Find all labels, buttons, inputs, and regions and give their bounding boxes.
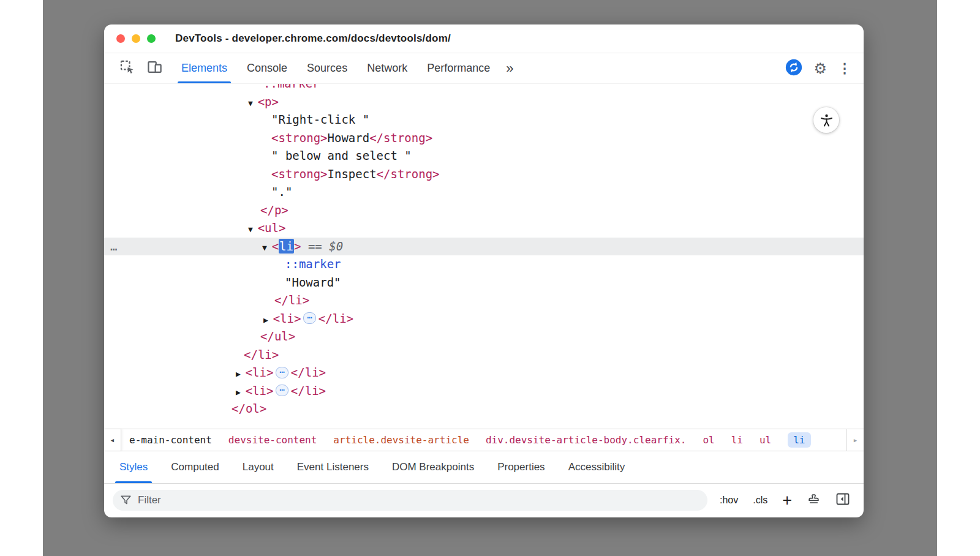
rendering-emulations-button[interactable] bbox=[807, 492, 821, 508]
zoom-button[interactable] bbox=[147, 34, 156, 43]
settings-gear-button[interactable]: ⚙ bbox=[813, 61, 827, 76]
tab-performance[interactable]: Performance bbox=[417, 53, 500, 83]
dom-tree-line[interactable]: </li> bbox=[104, 346, 864, 364]
console-reference-token: $0 bbox=[329, 239, 343, 253]
window-titlebar: DevTools - developer.chrome.com/docs/dev… bbox=[104, 24, 864, 53]
disclosure-arrow-icon[interactable]: ▼ bbox=[248, 99, 258, 108]
sidebar-tab-layout[interactable]: Layout bbox=[231, 451, 285, 483]
tag-token: </li> bbox=[291, 384, 326, 397]
dom-tree-line[interactable]: ▼ <p> bbox=[104, 93, 864, 111]
dom-tree-line[interactable]: </ul> bbox=[104, 328, 864, 346]
devtools-toolbar: ElementsConsoleSourcesNetworkPerformance… bbox=[104, 53, 864, 84]
tag-token: </p> bbox=[260, 203, 288, 217]
dom-tree-line[interactable]: ::marker bbox=[104, 84, 864, 93]
dom-tree-line[interactable]: ::marker bbox=[104, 255, 864, 274]
accessibility-button[interactable] bbox=[813, 107, 839, 133]
breadcrumb-item[interactable]: li bbox=[731, 434, 743, 446]
breadcrumb-scroll-right-button[interactable]: ▸ bbox=[846, 429, 864, 451]
sidebar-tab-properties[interactable]: Properties bbox=[486, 451, 556, 483]
dom-tree-line[interactable]: "Howard" bbox=[104, 274, 864, 292]
tag-token: </ul> bbox=[260, 329, 295, 343]
tag-token: </li> bbox=[318, 312, 353, 325]
collapsed-content-badge[interactable]: ⋯ bbox=[303, 312, 315, 324]
dom-tree-line[interactable]: </ol> bbox=[104, 400, 864, 418]
breadcrumb-item[interactable]: e-main-content bbox=[129, 434, 212, 446]
styles-toolbar-controls: :hov .cls + bbox=[720, 492, 855, 508]
accessibility-person-icon bbox=[819, 113, 834, 128]
panel-tabs: ElementsConsoleSourcesNetworkPerformance bbox=[172, 53, 500, 83]
dom-tree-line[interactable]: </li> bbox=[104, 291, 864, 310]
dom-tree-line[interactable]: …▼ <li> == $0 bbox=[104, 238, 864, 256]
disclosure-arrow-icon[interactable]: ▼ bbox=[262, 243, 272, 252]
toggle-element-state-button[interactable]: :hov bbox=[720, 495, 738, 506]
tab-elements[interactable]: Elements bbox=[172, 53, 237, 83]
minimize-button[interactable] bbox=[132, 34, 140, 43]
text-node: "." bbox=[271, 185, 292, 198]
sidebar-tab-accessibility[interactable]: Accessibility bbox=[557, 451, 637, 483]
more-tabs-button[interactable]: » bbox=[500, 53, 519, 83]
selected-tag-token: li bbox=[279, 239, 294, 254]
dom-tree-line[interactable]: "." bbox=[104, 183, 864, 201]
breadcrumb-item[interactable]: li bbox=[788, 432, 810, 448]
breadcrumb-scroll-left-button[interactable]: ◂ bbox=[104, 429, 121, 451]
tag-token: < bbox=[272, 239, 279, 253]
tag-token: <li> bbox=[246, 366, 274, 379]
text-node: "Howard" bbox=[285, 276, 341, 289]
sidebar-tab-computed[interactable]: Computed bbox=[159, 451, 230, 483]
tab-console[interactable]: Console bbox=[237, 53, 297, 83]
dom-tree-line[interactable]: ▶ <li>⋯</li> bbox=[104, 382, 864, 400]
tag-token: </li> bbox=[274, 293, 309, 307]
traffic-lights bbox=[116, 34, 156, 43]
dom-tree-line[interactable]: ▶ <li>⋯</li> bbox=[104, 364, 864, 382]
tag-token: <strong> bbox=[271, 131, 328, 145]
elements-dom-tree-panel: ::marker▼ <p>"Right-click "<strong>Howar… bbox=[104, 84, 864, 429]
new-style-rule-button[interactable]: + bbox=[782, 494, 792, 506]
text-node: " below and select " bbox=[271, 149, 412, 162]
sidebar-tab-event-listeners[interactable]: Event Listeners bbox=[285, 451, 380, 483]
device-toolbar-icon bbox=[146, 59, 163, 75]
element-classes-button[interactable]: .cls bbox=[753, 495, 767, 506]
toolbar-right-icons: ⚙ ⋮ bbox=[785, 53, 858, 83]
filter-funnel-icon bbox=[121, 495, 131, 505]
filter-field bbox=[113, 490, 707, 511]
disclosure-arrow-icon[interactable]: ▼ bbox=[248, 225, 258, 234]
kebab-menu-button[interactable]: ⋮ bbox=[838, 62, 851, 75]
breadcrumb-item[interactable]: ol bbox=[703, 434, 714, 446]
toggle-sidebar-button[interactable] bbox=[835, 492, 850, 508]
breadcrumb: e-main-contentdevsite-contentarticle.dev… bbox=[121, 432, 864, 448]
dom-tree-line[interactable]: "Right-click " bbox=[104, 111, 864, 129]
sync-button[interactable] bbox=[785, 59, 802, 78]
tag-token: </ol> bbox=[232, 402, 266, 415]
dom-tree-line[interactable]: ▼ <ul> bbox=[104, 219, 864, 238]
breadcrumb-item[interactable]: ul bbox=[760, 434, 771, 446]
dom-tree: ::marker▼ <p>"Right-click "<strong>Howar… bbox=[104, 84, 864, 418]
inspect-element-button[interactable] bbox=[119, 59, 135, 78]
dom-tree-line[interactable]: <strong>Howard</strong> bbox=[104, 129, 864, 148]
sidebar-tab-dom-breakpoints[interactable]: DOM Breakpoints bbox=[380, 451, 486, 483]
breadcrumb-item[interactable]: div.devsite-article-body.clearfix. bbox=[486, 434, 687, 446]
dom-gutter-ellipsis: … bbox=[110, 238, 118, 256]
styles-filter-toolbar: :hov .cls + bbox=[104, 484, 864, 516]
collapsed-content-badge[interactable]: ⋯ bbox=[276, 385, 288, 396]
device-toolbar-button[interactable] bbox=[146, 59, 163, 78]
disclosure-arrow-icon[interactable]: ▶ bbox=[236, 369, 246, 378]
breadcrumb-item[interactable]: article.devsite-article bbox=[333, 434, 469, 446]
tab-sources[interactable]: Sources bbox=[297, 53, 357, 83]
tag-token: <strong> bbox=[271, 167, 328, 181]
dom-tree-line[interactable]: " below and select " bbox=[104, 147, 864, 165]
breadcrumb-bar: ◂ e-main-contentdevsite-contentarticle.d… bbox=[104, 429, 864, 451]
dom-tree-line[interactable]: <strong>Inspect</strong> bbox=[104, 165, 864, 184]
sidebar-tab-styles[interactable]: Styles bbox=[108, 451, 159, 483]
tag-token: <p> bbox=[258, 95, 279, 108]
tag-token: </strong> bbox=[369, 131, 432, 145]
disclosure-arrow-icon[interactable]: ▶ bbox=[236, 388, 246, 397]
filter-input[interactable] bbox=[137, 494, 699, 507]
dom-tree-line[interactable]: </p> bbox=[104, 201, 864, 220]
collapsed-content-badge[interactable]: ⋯ bbox=[276, 367, 288, 378]
breadcrumb-item[interactable]: devsite-content bbox=[228, 434, 317, 446]
dom-tree-line[interactable]: ▶ <li>⋯</li> bbox=[104, 310, 864, 328]
tab-network[interactable]: Network bbox=[357, 53, 417, 83]
disclosure-arrow-icon[interactable]: ▶ bbox=[263, 315, 273, 325]
tag-token: > bbox=[294, 239, 301, 253]
close-button[interactable] bbox=[116, 34, 125, 43]
